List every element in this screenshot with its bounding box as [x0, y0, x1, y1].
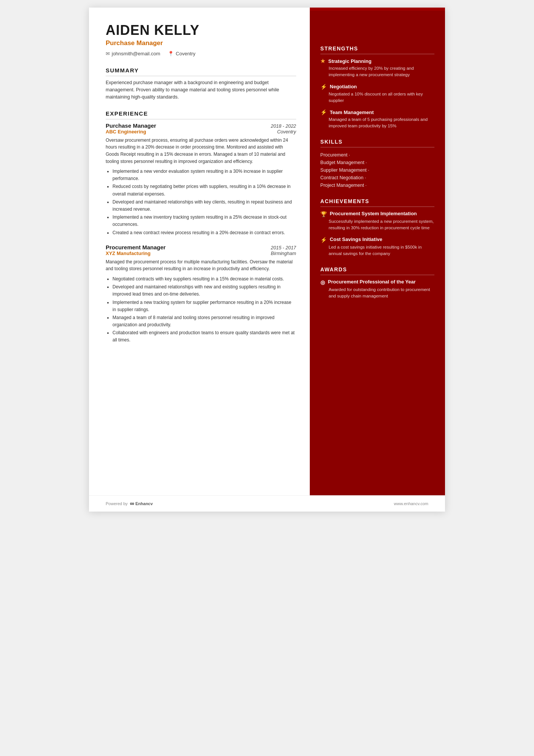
- achievements-section: ACHIEVEMENTS 🏆 Procurement System Implem…: [320, 198, 434, 257]
- infinity-icon: ∞: [130, 500, 134, 507]
- strength-name-2: Negotiation: [330, 84, 357, 89]
- achievement-desc-2: Led a cost savings initiative resulting …: [320, 244, 434, 257]
- exp-header-1: Purchase Manager 2018 - 2022: [106, 122, 296, 129]
- achievement-desc-1: Successfully implemented a new procureme…: [320, 218, 434, 232]
- candidate-title: Purchase Manager: [106, 39, 296, 47]
- bullet-item: Created a new contract review process re…: [112, 229, 296, 236]
- award-desc-1: Awarded for outstanding contribution to …: [320, 286, 434, 300]
- bullet-item: Implemented a new tracking system for su…: [112, 299, 296, 313]
- experience-title: EXPERIENCE: [106, 110, 296, 119]
- exp-location-2: Birmingham: [271, 251, 296, 256]
- skills-title: SKILLS: [320, 139, 434, 147]
- strength-desc-3: Managed a team of 5 purchasing professio…: [320, 116, 434, 130]
- strength-header-1: ★ Strategic Planning: [320, 58, 434, 64]
- powered-by-label: Powered by: [106, 501, 128, 506]
- award-icon: ◎: [320, 279, 325, 285]
- achievements-title: ACHIEVEMENTS: [320, 198, 434, 207]
- bullet-item: Negotiated contracts with key suppliers …: [112, 275, 296, 283]
- bolt-icon: ⚡: [320, 109, 327, 115]
- summary-section: SUMMARY Experienced purchase manager wit…: [106, 67, 296, 101]
- skills-list: Procurement Budget Management Supplier M…: [320, 151, 434, 189]
- exp-header-2: Procurement Manager 2015 - 2017: [106, 244, 296, 250]
- strength-item-2: ⚡ Negotiation Negotiated a 10% discount …: [320, 84, 434, 104]
- achievement-item-2: ⚡ Cost Savings Initiative Led a cost sav…: [320, 236, 434, 257]
- resume-header: AIDEN KELLY Purchase Manager ✉ johnsmith…: [106, 23, 296, 56]
- exp-bullets-1: Implemented a new vendor evaluation syst…: [106, 168, 296, 236]
- exp-job-title-2: Procurement Manager: [106, 244, 166, 250]
- skill-item: Contract Negotiation: [320, 174, 434, 182]
- exp-company-1: ABC Engineering: [106, 129, 146, 135]
- skill-item: Project Management: [320, 182, 434, 189]
- exp-job-title-1: Purchase Manager: [106, 122, 156, 129]
- experience-section: EXPERIENCE Purchase Manager 2018 - 2022 …: [106, 110, 296, 344]
- experience-item-1: Purchase Manager 2018 - 2022 ABC Enginee…: [106, 122, 296, 236]
- skill-item: Budget Management: [320, 159, 434, 166]
- award-header-1: ◎ Procurement Professional of the Year: [320, 279, 434, 285]
- trophy-icon: 🏆: [320, 211, 327, 217]
- exp-desc-2: Managed the procurement process for mult…: [106, 258, 296, 272]
- award-name-1: Procurement Professional of the Year: [328, 279, 416, 285]
- strength-name-3: Team Management: [330, 110, 374, 115]
- strength-header-3: ⚡ Team Management: [320, 109, 434, 115]
- award-item-1: ◎ Procurement Professional of the Year A…: [320, 279, 434, 300]
- strength-desc-2: Negotiated a 10% discount on all orders …: [320, 91, 434, 104]
- skill-item: Supplier Management: [320, 166, 434, 174]
- lightning-icon: ⚡: [320, 84, 327, 90]
- awards-section: AWARDS ◎ Procurement Professional of the…: [320, 266, 434, 300]
- experience-item-2: Procurement Manager 2015 - 2017 XYZ Manu…: [106, 244, 296, 344]
- brand-logo: ∞ Enhancv: [130, 500, 153, 507]
- bullet-item: Implemented a new inventory tracking sys…: [112, 214, 296, 228]
- strength-item-1: ★ Strategic Planning Increased efficienc…: [320, 58, 434, 78]
- star-icon: ★: [320, 58, 325, 64]
- savings-icon: ⚡: [320, 237, 327, 243]
- exp-company-2: XYZ Manufacturing: [106, 250, 150, 256]
- right-column: STRENGTHS ★ Strategic Planning Increased…: [310, 8, 445, 512]
- bullet-item: Implemented a new vendor evaluation syst…: [112, 168, 296, 182]
- exp-dates-2: 2015 - 2017: [271, 245, 296, 250]
- exp-desc-1: Oversaw procurement process, ensuring al…: [106, 137, 296, 165]
- skills-section: SKILLS Procurement Budget Management Sup…: [320, 139, 434, 189]
- bullet-item: Developed and maintained relationships w…: [112, 199, 296, 213]
- location-contact: 📍 Coventry: [168, 51, 195, 56]
- accent-bar: [310, 8, 445, 11]
- strengths-section: STRENGTHS ★ Strategic Planning Increased…: [320, 45, 434, 130]
- exp-subheader-1: ABC Engineering Coventry: [106, 129, 296, 135]
- footer-website: www.enhancv.com: [394, 501, 428, 506]
- exp-subheader-2: XYZ Manufacturing Birmingham: [106, 250, 296, 256]
- bullet-item: Managed a team of 8 material and tooling…: [112, 314, 296, 329]
- achievement-header-2: ⚡ Cost Savings Initiative: [320, 236, 434, 243]
- skill-item: Procurement: [320, 151, 434, 159]
- strength-name-1: Strategic Planning: [328, 58, 372, 64]
- location-icon: 📍: [168, 51, 174, 56]
- strengths-title: STRENGTHS: [320, 45, 434, 54]
- achievement-item-1: 🏆 Procurement System Implementation Succ…: [320, 211, 434, 232]
- candidate-name: AIDEN KELLY: [106, 23, 296, 38]
- page-footer: Powered by ∞ Enhancv www.enhancv.com: [89, 495, 445, 512]
- strength-item-3: ⚡ Team Management Managed a team of 5 pu…: [320, 109, 434, 130]
- resume-page: AIDEN KELLY Purchase Manager ✉ johnsmith…: [89, 8, 445, 512]
- achievement-name-2: Cost Savings Initiative: [330, 236, 383, 242]
- brand-name: Enhancv: [136, 501, 153, 506]
- bullet-item: Collaborated with engineers and producti…: [112, 329, 296, 344]
- exp-dates-1: 2018 - 2022: [271, 124, 296, 129]
- footer-brand: Powered by ∞ Enhancv: [106, 500, 153, 507]
- strength-desc-1: Increased efficiency by 20% by creating …: [320, 65, 434, 78]
- exp-location-1: Coventry: [277, 129, 296, 135]
- left-column: AIDEN KELLY Purchase Manager ✉ johnsmith…: [89, 8, 310, 512]
- exp-bullets-2: Negotiated contracts with key suppliers …: [106, 275, 296, 344]
- contact-info: ✉ johnsmith@email.com 📍 Coventry: [106, 51, 296, 56]
- achievement-header-1: 🏆 Procurement System Implementation: [320, 211, 434, 217]
- bullet-item: Developed and maintained relationships w…: [112, 283, 296, 298]
- email-icon: ✉: [106, 51, 110, 56]
- bullet-item: Reduced costs by negotiating better pric…: [112, 183, 296, 197]
- strength-header-2: ⚡ Negotiation: [320, 84, 434, 90]
- location-value: Coventry: [176, 51, 195, 56]
- awards-title: AWARDS: [320, 266, 434, 275]
- summary-content: Experienced purchase manager with a back…: [106, 79, 296, 101]
- email-value: johnsmith@email.com: [112, 51, 160, 56]
- email-contact: ✉ johnsmith@email.com: [106, 51, 160, 56]
- summary-title: SUMMARY: [106, 67, 296, 76]
- achievement-name-1: Procurement System Implementation: [330, 211, 417, 216]
